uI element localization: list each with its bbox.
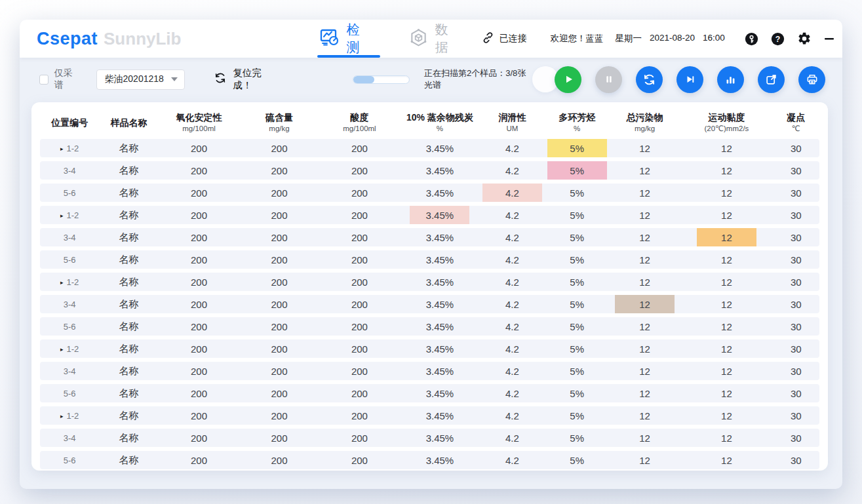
table-cell: 30 — [773, 362, 819, 380]
date-text: 2021-08-20 — [650, 33, 695, 45]
table-cell: 12 — [680, 406, 772, 425]
table-cell: 3.45% — [400, 317, 479, 336]
gear-icon[interactable] — [797, 31, 812, 46]
pause-button[interactable] — [595, 66, 622, 93]
table-row[interactable]: ▸1-2名称2002002003.45%4.25%121230 — [40, 139, 819, 157]
app-logo: Csepat SunnyLib — [37, 29, 181, 49]
expand-arrow-icon[interactable]: ▸ — [60, 212, 64, 219]
column-header: 硫含量mg/kg — [239, 107, 319, 135]
position-cell: ▸1-2 — [40, 406, 99, 425]
position-label: 5-6 — [64, 255, 76, 265]
key-icon[interactable] — [745, 32, 758, 46]
table-row[interactable]: 5-6名称2002002003.45%4.25%121230 — [40, 250, 819, 269]
action-buttons — [532, 66, 825, 93]
table-cell: 30 — [773, 161, 819, 180]
table-cell: 3.45% — [400, 451, 479, 469]
expand-arrow-icon[interactable]: ▸ — [60, 145, 64, 152]
spectra-only-label: 仅采谱 — [54, 68, 79, 91]
table-cell: 200 — [239, 206, 319, 224]
bar-chart-button[interactable] — [717, 66, 744, 93]
expand-arrow-icon[interactable]: ▸ — [60, 346, 64, 353]
table-cell: 12 — [609, 295, 680, 313]
table-cell: 12 — [609, 317, 680, 336]
table-row[interactable]: 5-6名称2002002003.45%4.25%121230 — [40, 384, 819, 402]
column-unit: mg/100ml — [160, 124, 239, 134]
position-label: 5-6 — [64, 188, 76, 198]
sample-name-cell: 名称 — [99, 184, 158, 202]
table-cell: 4.2 — [480, 384, 545, 402]
table-row[interactable]: 5-6名称2002002003.45%4.25%121230 — [40, 317, 819, 336]
table-cell: 3.45% — [400, 139, 479, 157]
expand-arrow-icon[interactable]: ▸ — [60, 279, 64, 286]
column-name: 总污染物 — [610, 111, 679, 123]
table-row[interactable]: ▸1-2名称2002002003.45%4.25%121230 — [40, 406, 819, 425]
start-button[interactable] — [555, 66, 581, 93]
highlighted-cell: 12 — [697, 228, 756, 246]
table-cell: 3.45% — [400, 273, 479, 291]
position-cell: ▸1-2 — [40, 206, 99, 224]
table-row[interactable]: ▸1-2名称2002002003.45%4.25%121230 — [40, 339, 819, 358]
sample-name-cell: 名称 — [99, 406, 158, 425]
table-cell: 12 — [680, 139, 772, 157]
table-row[interactable]: 3-4名称2002002003.45%4.25%121230 — [40, 228, 819, 246]
tab-data[interactable]: 数据 — [409, 20, 448, 58]
column-name: 多环芳烃 — [546, 111, 607, 123]
table-cell: 3.45% — [400, 339, 479, 358]
table-row[interactable]: 5-6名称2002002003.45%4.25%121230 — [40, 184, 819, 202]
sample-name-cell: 名称 — [99, 139, 158, 157]
table-row[interactable]: 5-6名称2002002003.45%4.25%121230 — [40, 451, 819, 469]
tab-detection[interactable]: 检测 — [320, 20, 359, 58]
skip-next-button[interactable] — [676, 66, 703, 93]
table-row[interactable]: 3-4名称2002002003.45%4.25%121230 — [40, 362, 819, 380]
highlighted-cell: 3.45% — [410, 206, 469, 224]
table-cell: 30 — [773, 339, 819, 358]
print-button[interactable] — [798, 66, 825, 93]
expand-arrow-icon[interactable]: ▸ — [60, 413, 64, 419]
column-name: 酸度 — [321, 111, 399, 123]
table-cell: 5% — [545, 339, 608, 358]
table-cell: 200 — [319, 339, 401, 358]
reset-refresh-icon[interactable] — [214, 71, 227, 87]
column-name: 样品名称 — [100, 117, 157, 128]
table-cell: 30 — [773, 429, 819, 447]
sample-name-cell: 名称 — [99, 317, 158, 336]
sample-name-cell: 名称 — [99, 273, 158, 291]
results-table: 位置编号样品名称氧化安定性mg/100ml硫含量mg/kg酸度mg/100ml1… — [40, 104, 819, 471]
table-cell: 200 — [239, 451, 319, 469]
table-cell: 30 — [773, 206, 819, 224]
position-label: 5-6 — [64, 322, 76, 332]
spectra-only-option: 仅采谱 — [39, 68, 79, 91]
table-cell: 200 — [159, 362, 240, 380]
table-cell: 4.2 — [480, 228, 545, 246]
table-cell: 4.2 — [480, 250, 545, 269]
minimize-icon[interactable] — [824, 33, 834, 44]
help-icon[interactable]: ? — [771, 32, 785, 46]
position-label: 1-2 — [67, 277, 79, 287]
table-cell: 200 — [159, 184, 240, 202]
table-row[interactable]: ▸1-2名称2002002003.45%4.25%121230 — [40, 206, 819, 224]
position-cell: 5-6 — [40, 451, 99, 469]
hexagon-cube-icon — [409, 28, 428, 50]
sample-name-cell: 名称 — [99, 228, 158, 246]
spectra-only-checkbox[interactable] — [39, 75, 49, 85]
table-row[interactable]: 3-4名称2002002003.45%4.25%121230 — [40, 295, 819, 313]
table-row[interactable]: 3-4名称2002002003.45%4.25%121230 — [40, 429, 819, 447]
export-button[interactable] — [758, 66, 785, 93]
table-cell: 12 — [609, 161, 680, 180]
table-cell: 4.2 — [480, 184, 545, 202]
table-cell: 3.45% — [400, 295, 479, 313]
table-cell: 200 — [159, 273, 240, 291]
sample-select[interactable]: 柴油20201218 — [96, 69, 186, 90]
column-header: 10% 蒸余物残炭% — [400, 107, 479, 135]
table-cell: 3.45% — [400, 184, 479, 202]
table-cell: 12 — [680, 451, 772, 469]
table-cell: 200 — [239, 406, 319, 425]
table-row[interactable]: 3-4名称2002002003.45%4.25%121230 — [40, 161, 819, 180]
table-cell: 4.2 — [480, 339, 545, 358]
table-cell: 200 — [159, 406, 240, 425]
table-cell: 12 — [680, 384, 772, 402]
welcome-text: 欢迎您！蓝蓝 — [550, 33, 603, 45]
table-cell: 200 — [319, 228, 401, 246]
sync-button[interactable] — [636, 66, 663, 93]
table-row[interactable]: ▸1-2名称2002002003.45%4.25%121230 — [40, 273, 819, 291]
